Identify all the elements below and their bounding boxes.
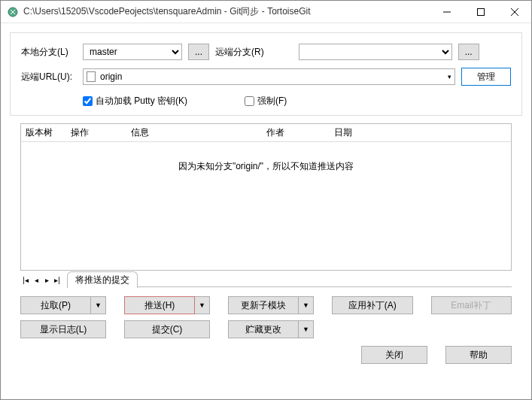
submodule-button[interactable]: 更新子模块 ▼ [228,296,314,314]
submodule-dropdown-icon[interactable]: ▼ [299,296,314,314]
document-icon [87,71,96,82]
show-log-button[interactable]: 显示日志(L) [20,320,106,338]
titlebar: C:\Users\15205\VscodePeojects\tensquareA… [1,1,531,23]
push-button[interactable]: 推送(H) ▼ [124,296,210,314]
stash-dropdown-icon[interactable]: ▼ [299,320,314,338]
remote-url-value: origin [100,71,122,82]
local-branch-browse-button[interactable]: ... [188,44,209,60]
pull-dropdown-icon[interactable]: ▼ [91,296,106,314]
remote-branch-label: 远端分支(R) [215,46,264,59]
apply-patch-button[interactable]: 应用补丁(A) [332,296,413,314]
col-date[interactable]: 日期 [330,126,390,139]
maximize-button[interactable] [464,1,497,23]
force-checkbox[interactable]: 强制(F) [245,95,287,108]
pull-button[interactable]: 拉取(P) ▼ [20,296,106,314]
chevron-down-icon: ▾ [448,73,451,80]
app-icon [7,6,19,18]
table-empty-msg: 因为未知分支"origin/"，所以不知道推送内容 [21,142,511,270]
email-patch-button: Email补丁 [431,296,512,314]
commit-button[interactable]: 提交(C) [124,320,210,338]
remote-branch-browse-button[interactable]: ... [458,44,479,60]
svg-rect-2 [477,8,484,15]
window-title: C:\Users\15205\VscodePeojects\tensquareA… [23,5,430,18]
remote-url-select[interactable]: origin ▾ [83,68,455,85]
sync-dialog: C:\Users\15205\VscodePeojects\tensquareA… [0,0,532,400]
remote-branch-select[interactable] [299,44,452,60]
tab-pushing-commits[interactable]: 将推送的提交 [67,271,138,288]
col-info[interactable]: 信息 [126,126,262,139]
close-button[interactable] [497,1,531,23]
nav-bar: |◂ ◂ ▸ ▸| 将推送的提交 [20,272,512,287]
col-tree[interactable]: 版本树 [21,126,66,139]
local-branch-label: 本地分支(L) [21,46,77,59]
settings-group: 本地分支(L) master ... 远端分支(R) ... 远端URL(U):… [10,32,522,116]
push-dropdown-icon[interactable]: ▼ [195,296,210,314]
nav-last-icon[interactable]: ▸| [52,276,62,284]
manage-button[interactable]: 管理 [461,68,511,86]
col-author[interactable]: 作者 [262,126,330,139]
help-button[interactable]: 帮助 [445,346,512,364]
remote-url-label: 远端URL(U): [21,71,77,83]
autoload-putty-checkbox[interactable]: 自动加载 Putty 密钥(K) [83,95,187,108]
local-branch-select[interactable]: master [83,44,182,60]
nav-first-icon[interactable]: |◂ [20,276,31,284]
nav-prev-icon[interactable]: ◂ [31,276,41,284]
minimize-button[interactable] [430,1,464,23]
commit-table: 版本树 操作 信息 作者 日期 因为未知分支"origin/"，所以不知道推送内… [20,123,512,271]
stash-button[interactable]: 贮藏更改 ▼ [228,320,314,338]
close-button-footer[interactable]: 关闭 [361,346,427,364]
col-op[interactable]: 操作 [66,126,126,139]
nav-next-icon[interactable]: ▸ [41,276,52,284]
